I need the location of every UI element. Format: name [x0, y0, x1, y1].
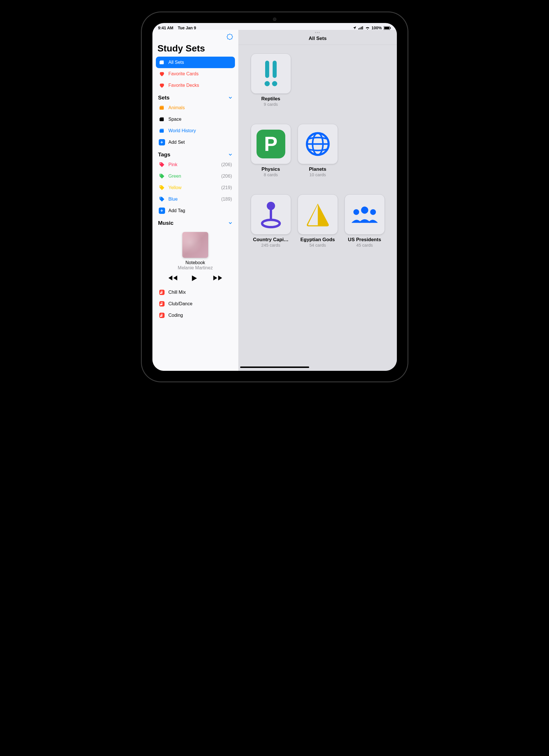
deck-count: 8 cards [264, 172, 278, 177]
fast-forward-button[interactable] [213, 275, 222, 281]
svg-point-43 [370, 209, 376, 215]
deck-card[interactable]: Reptiles 9 cards [248, 53, 293, 107]
svg-rect-22 [159, 129, 164, 133]
play-button[interactable] [190, 275, 200, 281]
svg-rect-31 [265, 61, 269, 78]
deck-title: US Presidents [348, 237, 381, 243]
location-icon [353, 26, 357, 30]
svg-rect-33 [272, 61, 277, 78]
main-pane: ••• All Sets Reptiles 9 cards P Physics … [239, 30, 397, 371]
svg-line-12 [227, 34, 228, 35]
menu-dots-icon[interactable]: ••• [315, 30, 321, 34]
deck-title: Physics [261, 166, 280, 172]
sidebar-item-favorite-cards[interactable]: Favorite Cards [156, 68, 235, 80]
deck-title: Planets [309, 166, 326, 172]
tag-count: (219) [221, 185, 232, 190]
plus-box-icon: + [159, 139, 165, 145]
sidebar-item-label: Pink [168, 162, 218, 167]
svg-rect-1 [360, 28, 360, 29]
deck-card[interactable]: Planets 10 cards [296, 124, 340, 177]
now-playing-meta: Notebook Melanie Martinez [156, 260, 235, 270]
deck-tile [298, 194, 338, 235]
sidebar-item-label: Blue [168, 197, 218, 202]
svg-rect-17 [160, 60, 164, 62]
section-header-label: Tags [158, 151, 170, 158]
svg-rect-2 [361, 27, 362, 29]
deck-title: Reptiles [261, 96, 280, 102]
status-date: Tue Jan 9 [178, 26, 196, 30]
home-indicator[interactable] [240, 367, 309, 368]
tag-icon [159, 185, 165, 191]
sidebar-item-favorite-decks[interactable]: Favorite Decks [156, 80, 235, 91]
deck-card[interactable]: Country Capi… 245 cards [248, 194, 293, 247]
tag-count: (206) [221, 174, 232, 179]
deck-tile [298, 124, 338, 164]
status-bar: 9:41 AM Tue Jan 9 100% [152, 23, 397, 30]
svg-rect-6 [390, 27, 391, 29]
sidebar-item-label: Favorite Cards [168, 71, 232, 76]
svg-line-13 [231, 39, 232, 39]
deck-icon: P [256, 130, 285, 158]
svg-rect-3 [362, 26, 363, 30]
section-header-tags[interactable]: Tags [156, 148, 235, 159]
app-title: Study Sets [156, 42, 235, 57]
deck-icon [304, 130, 332, 158]
sidebar-item-add-set[interactable]: + Add Set [156, 137, 235, 148]
album-art[interactable] [182, 232, 208, 258]
deck-tile [251, 53, 291, 94]
sidebar-item-playlist[interactable]: Club/Dance [156, 298, 235, 310]
sidebar-item-label: All Sets [168, 60, 232, 65]
sidebar-item-set[interactable]: World History [156, 125, 235, 137]
music-playlist-icon [159, 312, 165, 318]
svg-rect-20 [159, 118, 164, 121]
tag-icon [159, 173, 165, 179]
main-title: All Sets [309, 36, 327, 41]
sidebar-item-tag[interactable]: Pink(206) [156, 159, 235, 170]
deck-tile [251, 194, 291, 235]
sidebar-item-tag[interactable]: Yellow(219) [156, 182, 235, 193]
music-playlist-icon [159, 289, 165, 296]
svg-point-26 [160, 186, 161, 187]
main-header: ••• All Sets [239, 30, 397, 45]
sidebar-item-set[interactable]: Animals [156, 102, 235, 114]
deck-count: 9 cards [264, 102, 278, 107]
svg-rect-30 [159, 313, 164, 318]
sidebar-item-label: Add Set [168, 140, 232, 145]
tag-count: (206) [221, 162, 232, 167]
deck-title: Egyptian Gods [301, 237, 335, 243]
deck-title: Country Capi… [253, 237, 289, 243]
sidebar-item-add-tag[interactable]: + Add Tag [156, 205, 235, 216]
sidebar-item-label: Add Tag [168, 208, 232, 213]
chevron-down-icon [228, 152, 233, 157]
deck-count: 10 cards [310, 172, 326, 177]
section-header-music[interactable]: Music [156, 216, 235, 227]
deck-card[interactable]: P Physics 8 cards [248, 124, 293, 177]
svg-point-38 [262, 220, 280, 227]
section-header-sets[interactable]: Sets [156, 91, 235, 102]
deck-card[interactable]: Egyptian Gods 54 cards [296, 194, 340, 247]
sidebar-item-all-sets[interactable]: All Sets [156, 57, 235, 68]
music-playlist-icon [159, 301, 165, 307]
sidebar-item-tag[interactable]: Green(206) [156, 170, 235, 182]
rewind-button[interactable] [168, 275, 178, 281]
sidebar-item-playlist[interactable]: Coding [156, 310, 235, 321]
sidebar-item-tag[interactable]: Blue(189) [156, 193, 235, 205]
card-grid: Reptiles 9 cards P Physics 8 cards Plane… [239, 45, 397, 247]
deck-icon [304, 200, 332, 229]
svg-rect-0 [358, 28, 359, 30]
svg-point-40 [266, 202, 275, 210]
sidebar-item-set[interactable]: Space [156, 114, 235, 125]
settings-gear-icon[interactable] [226, 33, 233, 40]
sidebar-item-label: Favorite Decks [168, 83, 232, 88]
deck-card[interactable]: US Presidents 45 cards [342, 194, 387, 247]
sidebar-item-label: World History [168, 128, 232, 133]
heart-icon [159, 71, 165, 77]
sidebar-item-label: Chill Mix [168, 290, 232, 295]
sidebar-item-label: Club/Dance [168, 301, 232, 306]
svg-point-34 [272, 81, 277, 86]
sidebar-item-playlist[interactable]: Chill Mix [156, 287, 235, 298]
status-time: 9:41 AM [158, 26, 173, 30]
sidebar-item-label: Space [168, 117, 232, 122]
deck-icon [350, 200, 379, 229]
sidebar-item-label: Green [168, 174, 218, 179]
